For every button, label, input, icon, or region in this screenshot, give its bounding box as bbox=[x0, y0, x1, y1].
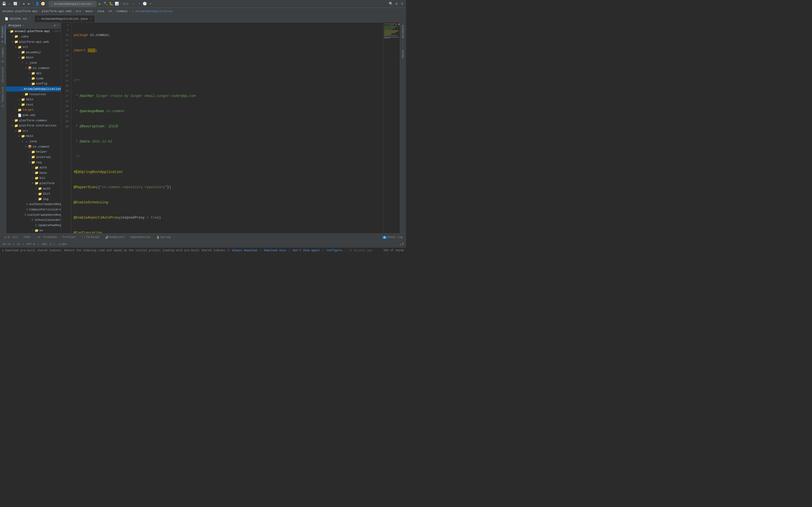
notification-dont-show[interactable]: Don't show again bbox=[293, 249, 320, 252]
status-line-sep[interactable]: LF bbox=[17, 243, 20, 246]
tree-platform-common[interactable]: › 📁 platform-common bbox=[6, 118, 61, 123]
sidebar-toggle-commit[interactable]: 0: Commit bbox=[1, 46, 5, 64]
profile-icon[interactable]: 👤 bbox=[35, 2, 40, 6]
settings-icon[interactable]: ⚙ bbox=[394, 2, 399, 6]
notification-always-download[interactable]: Always download bbox=[232, 249, 257, 252]
back-icon[interactable]: ◀ bbox=[21, 2, 26, 6]
status-line-col[interactable]: 29:14 bbox=[2, 243, 11, 246]
forward-icon[interactable]: ▶ bbox=[27, 2, 31, 6]
tree-wx[interactable]: › 📁 wx bbox=[6, 228, 61, 233]
breadcrumb-item-4[interactable]: java bbox=[97, 10, 104, 13]
bottom-todo[interactable]: TODO bbox=[22, 235, 31, 239]
git-check-icon[interactable]: ✓ bbox=[132, 2, 136, 6]
tree-luckydrawupdatereq[interactable]: C LuckyDrawUpdateReq bbox=[6, 212, 61, 217]
bottom-spring[interactable]: 🍃 Spring bbox=[155, 235, 172, 240]
tab-animalwebapp-close[interactable]: × bbox=[90, 17, 91, 20]
tree-platform-interaction[interactable]: ▾ 📁 platform-interaction bbox=[6, 123, 61, 128]
git-revert-icon[interactable]: ↩ bbox=[148, 2, 153, 6]
breadcrumb-item-0[interactable]: animal-platform-api bbox=[2, 10, 38, 13]
edit-icon[interactable]: ✏️ bbox=[7, 2, 12, 6]
bottom-endpoints[interactable]: 🔗 Endpoints bbox=[104, 235, 126, 240]
search-icon[interactable]: 🔍 bbox=[389, 2, 393, 6]
tree-cn-common2[interactable]: ▾ 📦 cn.common bbox=[6, 144, 61, 149]
code-editor[interactable]: package cn.common; import ...; /** * @au… bbox=[71, 22, 383, 233]
tree-main[interactable]: ▾ 📁 main bbox=[6, 55, 61, 60]
tree-assembly[interactable]: › 📁 assembly bbox=[6, 50, 61, 55]
tree-idea[interactable]: › 📁 .idea bbox=[6, 34, 61, 40]
bottom-problems[interactable]: ⚠ 6: Problems bbox=[35, 235, 58, 240]
bottom-terminal[interactable]: ⬛ Terminal bbox=[81, 235, 101, 240]
tree-sbin[interactable]: › 📁 sbin bbox=[6, 97, 61, 102]
tree-test[interactable]: › 📁 test bbox=[6, 102, 61, 108]
save-icon[interactable]: 💾 bbox=[2, 2, 6, 6]
tree-helper[interactable]: › 📁 helper bbox=[6, 149, 61, 155]
sync-icon[interactable]: 🔄 bbox=[13, 2, 17, 6]
tree-platform[interactable]: ▾ 📁 platform bbox=[6, 181, 61, 186]
breadcrumb-item-2[interactable]: src bbox=[75, 10, 81, 13]
tree-auth[interactable]: › 📁 auth bbox=[6, 165, 61, 170]
tree-code[interactable]: › 📁 code bbox=[6, 76, 61, 81]
breadcrumb-item-file[interactable]: ☕ AnimalWebApplication bbox=[132, 9, 172, 13]
code-container[interactable]: 1 2 15 16 17 18 19 20 21 22 23 24 25 26 … bbox=[61, 22, 400, 233]
bottom-profiler[interactable]: Profiler bbox=[61, 235, 77, 239]
breadcrumb-item-6[interactable]: common bbox=[116, 10, 128, 13]
tree-src2[interactable]: ▾ 📁 src bbox=[6, 128, 61, 134]
tree-resources[interactable]: › 📁 resources bbox=[6, 92, 61, 97]
tree-main2[interactable]: ▾ 📁 main bbox=[6, 133, 61, 139]
tree-req[interactable]: ▾ 📁 req bbox=[6, 160, 61, 165]
tree-authuserupdatereq[interactable]: C AuthUserUpdateReq bbox=[6, 202, 61, 207]
sidebar-toggle-project[interactable]: 1: Project bbox=[1, 25, 5, 44]
bottom-dependencies[interactable]: Dependencies bbox=[129, 235, 152, 239]
tree-root[interactable]: ▾ 📁 animal-platform-api ~/GitCode/animal… bbox=[6, 29, 61, 34]
tree-target[interactable]: › 📁 target bbox=[6, 107, 61, 113]
nav-icon[interactable]: 🧭 bbox=[41, 2, 45, 6]
tree-api[interactable]: › 📁 api bbox=[6, 71, 61, 76]
run-config-dropdown[interactable]: ☕ AnimalWebApplication ▾ bbox=[49, 1, 96, 7]
tree-dict[interactable]: › 📁 dict bbox=[6, 191, 61, 196]
git-push-icon[interactable]: ↑ bbox=[137, 2, 142, 6]
tree-java[interactable]: ▾ ☕ java bbox=[6, 60, 61, 66]
bottom-event-log[interactable]: 1 Event Log bbox=[382, 235, 404, 239]
notification-icon: ℹ bbox=[2, 249, 3, 252]
tab-animalwebapp[interactable]: ☕ AnimalWebApplication.java × bbox=[34, 15, 95, 22]
tree-src[interactable]: ▾ 📁 src bbox=[6, 45, 61, 50]
breadcrumb-item-1[interactable]: platform-api-web bbox=[42, 10, 71, 13]
coverage-icon[interactable]: 📊 bbox=[114, 2, 119, 6]
status-indent[interactable]: Tab: 8 bbox=[41, 243, 51, 246]
tree-log[interactable]: › 📁 log bbox=[6, 196, 61, 202]
sidebar-toggle-structure[interactable]: Structure bbox=[1, 66, 5, 83]
breadcrumb-item-5[interactable]: cn bbox=[109, 10, 112, 13]
tree-base[interactable]: › 📁 base bbox=[6, 170, 61, 175]
run-button[interactable]: ▶ bbox=[98, 2, 102, 6]
sidebar-gear-icon[interactable]: ⚙ bbox=[54, 24, 56, 27]
tree-cn-common[interactable]: ▾ 📦 cn.common bbox=[6, 65, 61, 71]
right-panel-database[interactable]: Database bbox=[401, 24, 405, 40]
tab-readme[interactable]: 📄 README.md × bbox=[1, 15, 34, 22]
git-history-icon[interactable]: 🕐 bbox=[143, 2, 147, 6]
tree-internal[interactable]: › 📁 internal bbox=[6, 155, 61, 160]
help-icon[interactable]: ⊘ bbox=[400, 2, 404, 6]
breadcrumb-item-3[interactable]: main bbox=[86, 10, 93, 13]
status-encoding[interactable]: UTF-8 bbox=[27, 243, 35, 246]
sidebar-collapse-icon[interactable]: − bbox=[57, 24, 59, 27]
tree-pom-xml[interactable]: 📄 pom.xml bbox=[6, 113, 61, 118]
tree-platform-api-web[interactable]: ▾ 📁 platform-api-web bbox=[6, 39, 61, 45]
notification-download-once[interactable]: Download once bbox=[264, 249, 286, 252]
tree-updatepwdreq[interactable]: C UpdatePwdReq bbox=[6, 223, 61, 228]
tree-java2[interactable]: ▾ ☕ java bbox=[6, 139, 61, 144]
status-branch[interactable]: ⎇ dev bbox=[57, 243, 67, 246]
sidebar-toggle-favorites[interactable]: 2: Favorites bbox=[1, 86, 5, 108]
notification-configure[interactable]: Configure... bbox=[326, 249, 347, 252]
debug-icon[interactable]: 🐛 bbox=[109, 2, 113, 6]
tree-auth2[interactable]: › 📁 auth bbox=[6, 186, 61, 191]
build-icon[interactable]: 🔨 bbox=[103, 2, 108, 6]
tree-config[interactable]: › 📁 config bbox=[6, 81, 61, 87]
right-panel-maven[interactable]: Maven bbox=[401, 48, 405, 59]
tree-biz[interactable]: › 📁 biz bbox=[6, 175, 61, 181]
tree-campusparticulars[interactable]: C CampusParticulars bbox=[6, 207, 61, 212]
tab-readme-close[interactable]: × bbox=[29, 17, 30, 20]
status-warnings[interactable]: ⚠ 7 bbox=[400, 243, 404, 246]
bottom-git[interactable]: ⎇ 9: Git bbox=[2, 235, 19, 240]
tree-animalwebapp[interactable]: ☕ AnimalWebApplication bbox=[6, 87, 61, 92]
tree-schoolcalender[interactable]: C SchoolCalender bbox=[6, 217, 61, 223]
